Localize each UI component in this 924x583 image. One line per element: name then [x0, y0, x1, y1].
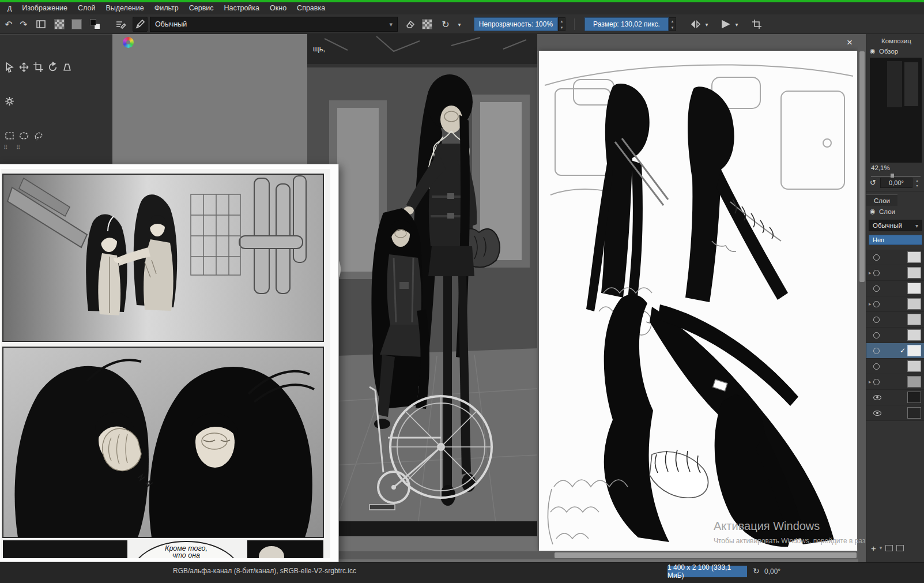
visibility-eye-icon[interactable] — [873, 411, 881, 416]
layer-properties-button[interactable] — [896, 545, 904, 551]
menu-item-5[interactable]: Сервис — [184, 2, 219, 14]
layer-thumbnail[interactable] — [907, 298, 921, 310]
opacity-slider[interactable]: Непрозрачность: 100% — [474, 17, 558, 31]
layer-alpha-circle-icon[interactable] — [873, 363, 880, 370]
layer-thumbnail[interactable] — [907, 376, 921, 388]
wraparound-crop-button[interactable] — [749, 17, 764, 32]
brush-size-slider[interactable]: Размер: 130,02 пикс. — [584, 17, 669, 31]
layer-thumbnail[interactable] — [907, 314, 921, 325]
rotation-spinner[interactable]: ▴▾ — [914, 178, 921, 188]
layer-thumbnail[interactable] — [907, 329, 921, 341]
reload-preset-button[interactable]: ↻ — [438, 17, 453, 32]
menu-item-3[interactable]: Выделение — [100, 2, 149, 14]
canvas-page-right[interactable] — [539, 51, 857, 551]
brush-editor-button[interactable] — [133, 17, 148, 32]
menu-item-8[interactable]: Справка — [292, 2, 330, 14]
canvas-page-middle[interactable]: е ось щь, — [307, 34, 537, 536]
layer-thumbnail[interactable] — [907, 345, 921, 356]
menu-item-1[interactable]: Изображение — [17, 2, 73, 14]
add-layer-dropdown[interactable]: ▾ — [880, 545, 882, 551]
canvas-rotation-field[interactable]: 0,00° — [880, 178, 912, 188]
layer-alpha-circle-icon[interactable] — [873, 254, 880, 261]
chevron-right-icon[interactable]: ▸ — [869, 379, 873, 385]
menu-item-7[interactable]: Окно — [265, 2, 292, 14]
preserve-alpha-button[interactable] — [420, 17, 435, 32]
layer-thumbnail[interactable] — [907, 392, 921, 403]
layer-row[interactable] — [866, 281, 924, 296]
layers-tab[interactable]: Слои — [866, 194, 897, 206]
tool-lasso-select[interactable] — [31, 129, 45, 142]
drag-handle-icon[interactable]: ⠿ — [3, 144, 9, 151]
mirror-vertical-button[interactable] — [718, 17, 733, 32]
tool-fill[interactable] — [2, 94, 16, 108]
layer-thumbnail[interactable] — [907, 360, 921, 372]
layer-alpha-circle-icon[interactable] — [873, 301, 880, 307]
tool-perspective[interactable] — [60, 60, 74, 74]
layer-row[interactable]: ▸ — [866, 296, 924, 312]
layer-row[interactable] — [866, 359, 924, 374]
vertical-scrollbar[interactable] — [858, 34, 866, 562]
layer-opacity-slider[interactable]: Неп — [869, 235, 922, 245]
layer-row[interactable]: ✓ — [866, 343, 924, 359]
overview-preview[interactable] — [870, 58, 922, 163]
layer-row[interactable] — [866, 390, 924, 405]
tool-rotate[interactable] — [46, 60, 59, 74]
layer-alpha-circle-icon[interactable] — [873, 317, 880, 323]
gradient-chooser-button[interactable] — [52, 17, 67, 32]
mirror-horizontal-dropdown[interactable]: ▾ — [703, 17, 710, 32]
layer-thumbnail[interactable] — [907, 407, 921, 419]
layer-blend-mode-dropdown[interactable]: Обычный ▾ — [869, 220, 922, 231]
layer-alpha-circle-icon[interactable] — [873, 285, 880, 292]
eraser-mode-button[interactable] — [402, 17, 417, 32]
brush-size-spinner[interactable]: ▴▾ — [669, 17, 676, 31]
menu-item-2[interactable]: Слой — [73, 2, 100, 14]
layer-row[interactable] — [866, 312, 924, 328]
layer-row[interactable]: ▸ — [866, 374, 924, 390]
opacity-spinner[interactable]: ▴▾ — [558, 17, 565, 31]
document-window-icon[interactable] — [123, 37, 134, 48]
menu-item-0[interactable]: д — [2, 2, 17, 14]
zoom-slider[interactable] — [871, 176, 921, 177]
scrollbar-thumb[interactable] — [859, 51, 865, 282]
reload-dropdown-button[interactable]: ▾ — [455, 17, 463, 32]
layer-alpha-circle-icon[interactable] — [873, 332, 880, 338]
workspace-chooser-button[interactable] — [33, 17, 48, 32]
floating-reference-window[interactable]: Кроме того, что она — [0, 164, 339, 562]
blend-mode-dropdown[interactable]: Обычный ▾ — [150, 17, 398, 32]
rotate-canvas-icon[interactable]: ↺ — [870, 178, 876, 187]
tool-ellipse-select[interactable] — [17, 129, 31, 142]
layer-alpha-circle-icon[interactable] — [873, 270, 880, 276]
visibility-eye-icon[interactable] — [873, 395, 881, 400]
tool-crop[interactable] — [31, 60, 45, 74]
add-layer-button[interactable]: + — [871, 543, 876, 553]
mirror-horizontal-button[interactable] — [688, 17, 703, 32]
undo-button[interactable]: ↶ — [1, 17, 16, 32]
layer-row[interactable] — [866, 328, 924, 343]
drag-handle-icon[interactable]: ⠿ — [16, 144, 21, 151]
layer-thumbnail[interactable] — [907, 267, 921, 279]
rotation-reset-icon[interactable]: ↻ — [753, 566, 760, 576]
tool-move[interactable] — [17, 60, 31, 74]
pattern-chooser-button[interactable] — [69, 17, 84, 32]
fg-bg-color-button[interactable] — [88, 17, 103, 32]
tool-transform[interactable] — [2, 60, 16, 74]
chevron-right-icon[interactable]: ▸ — [869, 301, 873, 307]
layer-row[interactable] — [866, 405, 924, 421]
close-icon[interactable]: × — [843, 36, 856, 49]
layer-row[interactable] — [866, 250, 924, 265]
duplicate-layer-button[interactable] — [885, 545, 893, 551]
layer-row[interactable]: ▸ — [866, 265, 924, 281]
composition-tab[interactable]: Композиц — [881, 37, 911, 44]
mirror-vertical-dropdown[interactable]: ▾ — [733, 17, 740, 32]
redo-button[interactable]: ↷ — [16, 17, 31, 32]
menu-item-4[interactable]: Фильтр — [149, 2, 184, 14]
layer-thumbnail[interactable] — [907, 283, 921, 294]
layer-alpha-circle-icon[interactable] — [873, 379, 880, 385]
brush-preset-chooser-button[interactable] — [113, 17, 128, 32]
tool-rect-select[interactable] — [2, 129, 16, 142]
layer-alpha-circle-icon[interactable] — [873, 348, 880, 354]
chevron-right-icon[interactable]: ▸ — [869, 270, 873, 276]
menu-item-6[interactable]: Настройка — [219, 2, 265, 14]
layer-thumbnail[interactable] — [907, 251, 921, 263]
scrollbar-thumb[interactable] — [555, 552, 857, 558]
